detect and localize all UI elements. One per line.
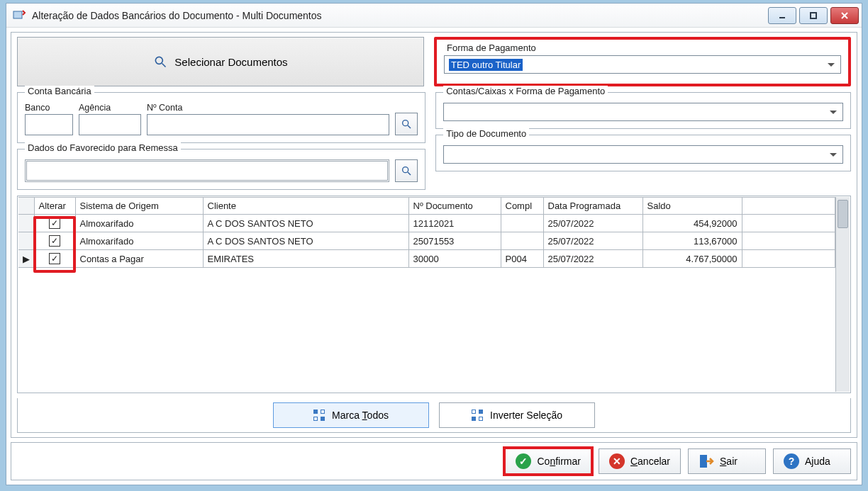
cancelar-button[interactable]: ✕ Cancelar — [599, 448, 681, 474]
marca-todos-button[interactable]: Marca Todos — [273, 402, 429, 428]
select-documents-label: Selecionar Documentos — [174, 56, 287, 68]
check-icon: ✓ — [516, 453, 531, 469]
cell-compl — [501, 232, 543, 250]
col-sistema[interactable]: Sistema de Origem — [75, 198, 203, 215]
minimize-button[interactable] — [768, 7, 796, 24]
invert-selection-icon — [472, 410, 483, 421]
search-icon — [153, 55, 167, 69]
help-icon: ? — [784, 453, 799, 469]
tipo-documento-combo[interactable] — [443, 145, 843, 164]
conta-bancaria-legend: Conta Bancária — [25, 86, 94, 96]
contas-caixas-combo[interactable] — [443, 103, 843, 121]
footer-bar: ✓ Confirmar ✕ Cancelar Sair ? Ajuda — [11, 442, 857, 480]
cell-sistema: Almoxarifado — [75, 215, 203, 232]
cancel-icon: ✕ — [609, 453, 625, 469]
svg-rect-0 — [13, 11, 22, 18]
cell-ndoc: 25071553 — [408, 232, 501, 250]
sair-button[interactable]: Sair — [688, 448, 766, 474]
select-documents-button[interactable]: Selecionar Documentos — [17, 37, 424, 86]
checkbox-icon[interactable] — [49, 218, 60, 229]
col-alterar[interactable]: Alterar — [34, 198, 75, 215]
banco-label: Banco — [25, 103, 73, 113]
col-ndoc[interactable]: Nº Documento — [408, 198, 501, 215]
cell-data: 25/07/2022 — [543, 250, 642, 268]
forma-pagamento-value: TED outro Titular — [449, 59, 523, 71]
cell-sistema: Contas a Pagar — [75, 250, 203, 268]
inverter-label: Inverter Seleção — [490, 410, 562, 421]
cell-ndoc: 12112021 — [408, 215, 501, 232]
contas-caixas-legend: Contas/Caixas x Forma de Pagamento — [443, 86, 608, 96]
cell-cliente: A C DOS SANTOS NETO — [203, 215, 408, 232]
cell-compl — [501, 215, 543, 232]
cell-saldo: 4.767,50000 — [642, 250, 742, 268]
close-button[interactable] — [830, 7, 859, 24]
app-icon — [12, 9, 26, 23]
n-conta-label: Nº Conta — [147, 103, 389, 113]
main-panel: Selecionar Documentos Forma de Pagamento… — [11, 32, 857, 438]
svg-point-7 — [403, 120, 408, 126]
favorecido-input[interactable] — [25, 159, 389, 182]
svg-line-8 — [408, 125, 411, 128]
svg-line-10 — [408, 172, 411, 175]
cell-alterar[interactable] — [34, 250, 75, 268]
ajuda-label: Ajuda — [805, 456, 830, 467]
conta-search-button[interactable] — [395, 113, 418, 135]
row-indicator — [18, 232, 34, 250]
cell-cliente: EMIRATES — [203, 250, 408, 268]
cell-data: 25/07/2022 — [543, 232, 642, 250]
search-icon — [401, 165, 412, 176]
checkbox-icon[interactable] — [49, 235, 60, 247]
grid-scrollbar[interactable] — [835, 197, 850, 392]
cell-alterar[interactable] — [34, 232, 75, 250]
table-row[interactable]: AlmoxarifadoA C DOS SANTOS NETO250715532… — [18, 232, 835, 250]
documents-grid: Alterar Sistema de Origem Cliente Nº Doc… — [17, 196, 851, 393]
cell-compl: P004 — [501, 250, 543, 268]
conta-bancaria-group: Conta Bancária Banco Agência — [17, 92, 425, 143]
window-title: Alteração de Dados Bancários do Document… — [32, 10, 768, 21]
favorecido-legend: Dados do Favorecido para Remessa — [25, 142, 181, 153]
select-all-icon — [313, 410, 325, 421]
cell-sistema: Almoxarifado — [75, 232, 203, 250]
checkbox-icon[interactable] — [49, 253, 60, 264]
search-icon — [401, 118, 412, 130]
cell-data: 25/07/2022 — [543, 215, 642, 232]
exit-icon — [699, 453, 714, 469]
col-data[interactable]: Data Programada — [543, 198, 642, 215]
maximize-button[interactable] — [799, 7, 828, 24]
favorecido-search-button[interactable] — [395, 159, 418, 182]
favorecido-group: Dados do Favorecido para Remessa — [17, 149, 425, 190]
svg-rect-11 — [700, 455, 707, 468]
cell-cliente: A C DOS SANTOS NETO — [203, 232, 408, 250]
col-saldo[interactable]: Saldo — [642, 198, 742, 215]
col-cliente[interactable]: Cliente — [203, 198, 408, 215]
ajuda-button[interactable]: ? Ajuda — [773, 448, 851, 474]
forma-pagamento-combo[interactable]: TED outro Titular — [444, 55, 841, 74]
confirmar-button[interactable]: ✓ Confirmar — [505, 448, 591, 474]
banco-input[interactable] — [25, 114, 73, 135]
svg-line-6 — [162, 64, 166, 67]
svg-point-9 — [403, 167, 408, 173]
tipo-documento-legend: Tipo de Documento — [443, 128, 529, 139]
grid-header: Alterar Sistema de Origem Cliente Nº Doc… — [18, 198, 835, 215]
cell-saldo: 454,92000 — [642, 215, 742, 232]
inverter-selecao-button[interactable]: Inverter Seleção — [439, 402, 595, 428]
forma-pagamento-group: Forma de Pagamento TED outro Titular — [434, 37, 851, 86]
dialog-window: Alteração de Dados Bancários do Document… — [6, 3, 862, 485]
n-conta-input[interactable] — [147, 114, 389, 135]
svg-point-5 — [156, 57, 163, 64]
titlebar: Alteração de Dados Bancários do Document… — [6, 4, 862, 28]
table-row[interactable]: ▶Contas a PagarEMIRATES30000P00425/07/20… — [18, 250, 835, 268]
col-compl[interactable]: Compl — [501, 198, 543, 215]
table-row[interactable]: AlmoxarifadoA C DOS SANTOS NETO121120212… — [18, 215, 835, 232]
tipo-documento-group: Tipo de Documento — [435, 135, 851, 171]
row-indicator — [18, 215, 34, 232]
forma-pagamento-legend: Forma de Pagamento — [444, 43, 539, 53]
cell-alterar[interactable] — [34, 215, 75, 232]
row-indicator: ▶ — [18, 250, 34, 268]
agencia-label: Agência — [79, 103, 141, 113]
svg-rect-2 — [811, 13, 816, 18]
cell-saldo: 113,67000 — [642, 232, 742, 250]
contas-caixas-group: Contas/Caixas x Forma de Pagamento — [435, 92, 851, 129]
agencia-input[interactable] — [79, 114, 141, 135]
cell-ndoc: 30000 — [408, 250, 501, 268]
